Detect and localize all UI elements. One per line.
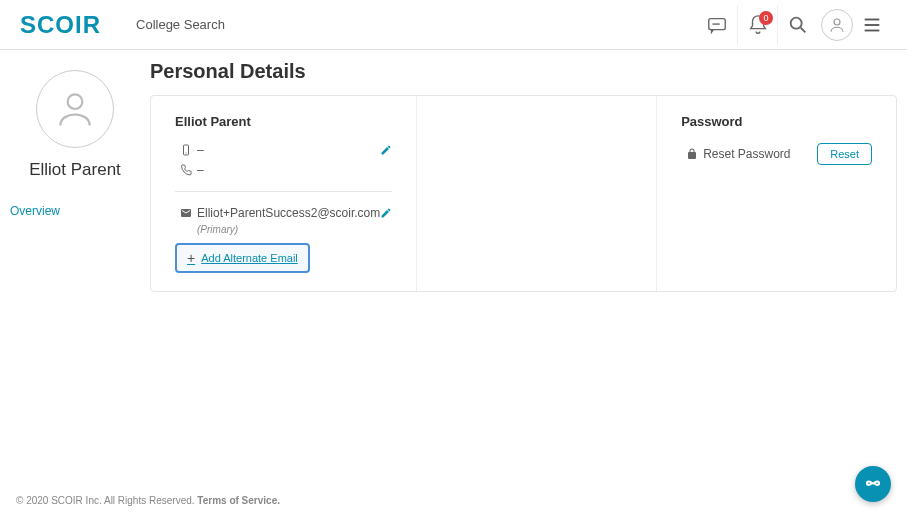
logo[interactable]: SCOIR (20, 11, 101, 39)
email-primary-tag: (Primary) (197, 224, 392, 235)
header-actions: 0 (697, 5, 887, 45)
email-row: Elliot+ParentSuccess2@scoir.com (175, 206, 392, 220)
svg-line-3 (800, 27, 805, 32)
edit-email-button[interactable] (380, 207, 392, 219)
chat-icon[interactable] (697, 5, 737, 45)
mobile-icon (175, 144, 197, 156)
help-fab[interactable] (855, 466, 891, 502)
plus-icon: + (187, 250, 195, 266)
details-card: Elliot Parent – – (150, 95, 897, 292)
profile-name: Elliot Parent (10, 160, 140, 180)
sidebar-item-overview[interactable]: Overview (10, 204, 140, 218)
password-title: Password (681, 114, 872, 129)
edit-mobile-button[interactable] (380, 144, 392, 156)
footer: © 2020 SCOIR Inc. All Rights Reserved. T… (16, 495, 280, 506)
page-title: Personal Details (150, 60, 897, 83)
email-icon (175, 207, 197, 219)
search-icon[interactable] (777, 5, 817, 45)
phone-row: – (175, 163, 392, 177)
reset-password-row: Reset Password Reset (681, 143, 872, 165)
mobile-value: – (197, 143, 380, 157)
phone-value: – (197, 163, 392, 177)
add-alternate-email-label: Add Alternate Email (201, 252, 298, 264)
middle-section (417, 96, 657, 291)
notifications-icon[interactable]: 0 (737, 5, 777, 45)
phone-icon (175, 164, 197, 176)
user-menu-avatar[interactable] (817, 5, 857, 45)
nav-college-search[interactable]: College Search (136, 17, 225, 32)
contact-name: Elliot Parent (175, 114, 392, 129)
svg-point-4 (834, 19, 840, 25)
email-value: Elliot+ParentSuccess2@scoir.com (197, 206, 380, 220)
footer-copyright: © 2020 SCOIR Inc. All Rights Reserved. (16, 495, 195, 506)
reset-button[interactable]: Reset (817, 143, 872, 165)
add-alternate-email-button[interactable]: + Add Alternate Email (175, 243, 310, 273)
header: SCOIR College Search 0 (0, 0, 907, 50)
hamburger-menu-icon[interactable] (857, 5, 887, 45)
svg-point-2 (790, 17, 801, 28)
notifications-badge: 0 (759, 11, 773, 25)
sidebar: Elliot Parent Overview (10, 60, 140, 292)
profile-avatar (36, 70, 114, 148)
footer-tos-link[interactable]: Terms of Service. (197, 495, 280, 506)
lock-icon (681, 148, 703, 160)
svg-point-8 (68, 94, 83, 109)
reset-password-label: Reset Password (703, 147, 807, 161)
contact-section: Elliot Parent – – (151, 96, 417, 291)
password-section: Password Reset Password Reset (657, 96, 896, 291)
mobile-row: – (175, 143, 392, 157)
